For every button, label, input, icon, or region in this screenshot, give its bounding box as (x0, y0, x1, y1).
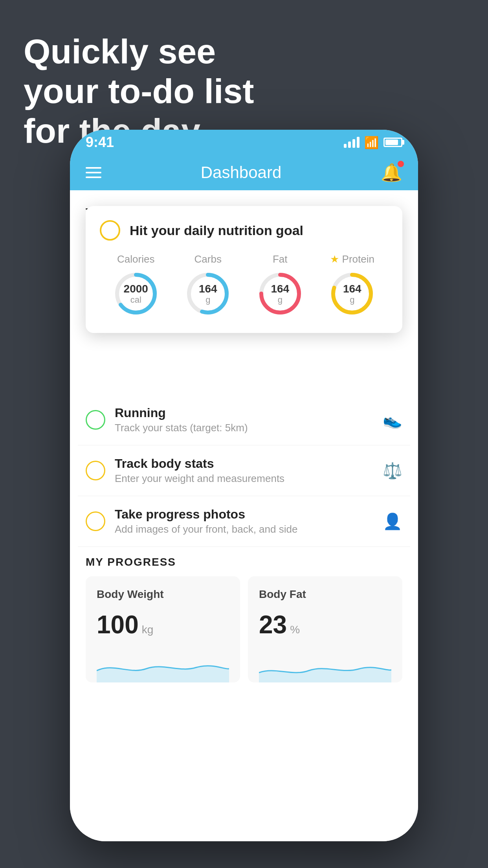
fat-donut: 164 g (257, 270, 304, 317)
progress-cards: Body Weight 100 kg Body Fat (78, 576, 410, 682)
carbs-stat: Carbs 164 g (184, 253, 231, 317)
nutrition-check-circle[interactable] (100, 220, 120, 241)
hamburger-line-2 (86, 172, 101, 173)
nutrition-stats: Calories 2000 cal Carbs (100, 253, 388, 317)
carbs-donut: 164 g (184, 270, 231, 317)
body-stats-texts: Track body stats Enter your weight and m… (115, 456, 373, 485)
progress-photos-check-circle[interactable] (86, 511, 105, 531)
running-texts: Running Track your stats (target: 5km) (115, 406, 373, 434)
hamburger-line-1 (86, 167, 101, 169)
body-weight-card: Body Weight 100 kg (86, 576, 240, 682)
notification-bell-button[interactable]: 🔔 (381, 162, 402, 183)
nutrition-card-title: Hit your daily nutrition goal (130, 223, 303, 238)
battery-icon (383, 138, 402, 147)
hamburger-line-3 (86, 177, 101, 178)
nav-title: Dashboard (201, 163, 281, 182)
carbs-donut-text: 164 g (199, 283, 217, 305)
protein-star-icon: ★ (330, 253, 339, 265)
headline-line2: your to-do list (24, 71, 254, 111)
body-fat-card: Body Fat 23 % (248, 576, 402, 682)
signal-bars-icon (344, 137, 360, 148)
progress-section: MY PROGRESS Body Weight 100 kg (70, 544, 418, 682)
body-stats-check-circle[interactable] (86, 461, 105, 480)
running-check-circle[interactable] (86, 410, 105, 430)
content-area: THINGS TO DO TODAY Hit your daily nutrit… (70, 190, 418, 841)
body-fat-wave (259, 651, 391, 682)
battery-fill (385, 140, 398, 145)
body-stats-subtitle: Enter your weight and measurements (115, 473, 373, 485)
body-weight-value-row: 100 kg (97, 610, 229, 639)
fat-donut-text: 164 g (271, 283, 289, 305)
progress-section-header: MY PROGRESS (78, 544, 410, 576)
status-time: 9:41 (86, 134, 114, 151)
protein-label: Protein (342, 253, 374, 265)
protein-donut-text: 164 g (343, 283, 361, 305)
protein-stat: ★ Protein 164 g (328, 253, 376, 317)
signal-bar-4 (357, 137, 360, 148)
calories-stat: Calories 2000 cal (112, 253, 160, 317)
calories-value: 2000 (124, 283, 148, 295)
hamburger-menu-button[interactable] (86, 167, 101, 178)
headline-line1: Quickly see (24, 31, 254, 71)
running-title: Running (115, 406, 373, 420)
calories-donut: 2000 cal (112, 270, 160, 317)
body-fat-value-row: 23 % (259, 610, 391, 639)
signal-bar-3 (352, 139, 355, 148)
running-icon: 👟 (383, 411, 402, 429)
calories-donut-text: 2000 cal (124, 283, 148, 305)
status-icons: 📶 (344, 136, 402, 149)
progress-photos-subtitle: Add images of your front, back, and side (115, 523, 373, 535)
notification-dot (398, 161, 404, 167)
calories-unit: cal (124, 295, 148, 304)
nutrition-goal-card: Hit your daily nutrition goal Calories 2… (86, 206, 402, 333)
carbs-value: 164 (199, 283, 217, 295)
body-stats-icon: ⚖️ (383, 462, 402, 480)
fat-label: Fat (273, 253, 288, 265)
body-stats-title: Track body stats (115, 456, 373, 471)
body-weight-value: 100 (97, 610, 139, 639)
carbs-unit: g (199, 295, 217, 304)
protein-donut: 164 g (328, 270, 376, 317)
body-fat-card-title: Body Fat (259, 588, 391, 601)
fat-value: 164 (271, 283, 289, 295)
running-subtitle: Track your stats (target: 5km) (115, 422, 373, 434)
todo-item-progress-photos[interactable]: Take progress photos Add images of your … (78, 496, 410, 547)
fat-stat: Fat 164 g (257, 253, 304, 317)
wifi-icon: 📶 (364, 136, 379, 149)
todo-list: Running Track your stats (target: 5km) 👟… (70, 395, 418, 547)
body-fat-value: 23 (259, 610, 287, 639)
card-title-row: Hit your daily nutrition goal (100, 220, 388, 241)
body-weight-unit: kg (142, 623, 154, 636)
body-weight-wave (97, 651, 229, 682)
phone-shell: 9:41 📶 Dashboard 🔔 TH (70, 130, 418, 841)
carbs-label: Carbs (194, 253, 222, 265)
body-weight-card-title: Body Weight (97, 588, 229, 601)
progress-photos-icon: 👤 (383, 512, 402, 531)
todo-item-running[interactable]: Running Track your stats (target: 5km) 👟 (78, 395, 410, 445)
nav-bar: Dashboard 🔔 (70, 155, 418, 190)
protein-value: 164 (343, 283, 361, 295)
todo-item-body-stats[interactable]: Track body stats Enter your weight and m… (78, 445, 410, 496)
protein-label-row: ★ Protein (330, 253, 374, 265)
fat-unit: g (271, 295, 289, 304)
progress-photos-texts: Take progress photos Add images of your … (115, 507, 373, 535)
signal-bar-2 (348, 142, 351, 148)
protein-unit: g (343, 295, 361, 304)
signal-bar-1 (344, 144, 347, 148)
status-bar: 9:41 📶 (70, 130, 418, 155)
progress-photos-title: Take progress photos (115, 507, 373, 522)
calories-label: Calories (117, 253, 154, 265)
body-fat-unit: % (290, 623, 300, 636)
